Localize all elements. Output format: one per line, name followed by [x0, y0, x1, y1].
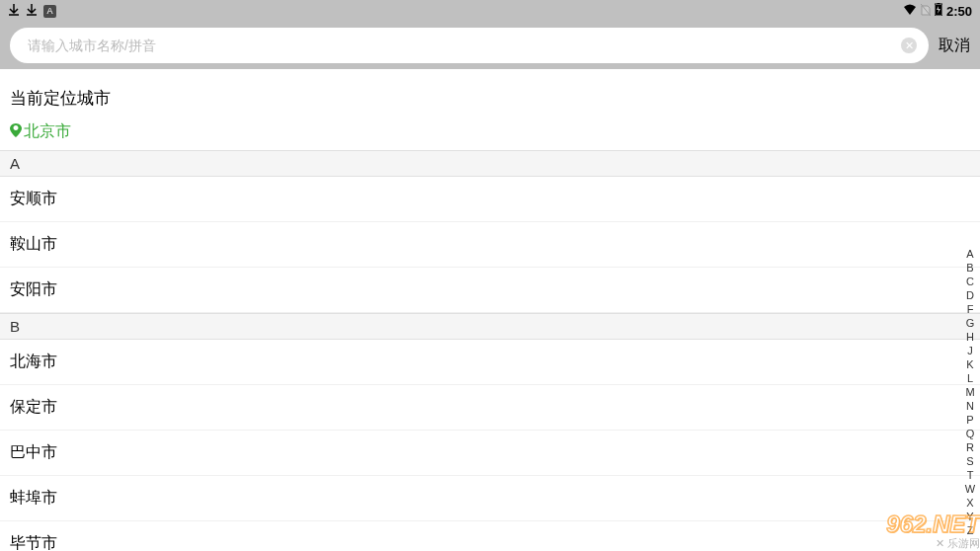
current-location-label: 当前定位城市 [10, 87, 970, 110]
search-bar: ✕ 取消 [0, 22, 980, 69]
index-letter[interactable]: K [962, 357, 978, 371]
index-letter[interactable]: N [962, 399, 978, 413]
download-icon [8, 4, 20, 18]
search-input-wrapper[interactable]: ✕ [10, 28, 929, 63]
current-city-name: 北京市 [24, 121, 71, 142]
index-letter[interactable]: B [962, 261, 978, 275]
clear-icon[interactable]: ✕ [901, 38, 917, 53]
city-item[interactable]: 鞍山市 [0, 222, 980, 268]
index-letter[interactable]: Q [962, 427, 978, 440]
city-item[interactable]: 巴中市 [0, 431, 980, 476]
index-letter[interactable]: J [962, 344, 978, 357]
index-letter[interactable]: A [962, 247, 978, 261]
status-right: 2:50 [903, 3, 972, 19]
city-list: A安顺市鞍山市安阳市B北海市保定市巴中市蚌埠市毕节市宝鸡市 [0, 150, 980, 551]
index-letter[interactable]: C [962, 275, 978, 288]
no-sim-icon [921, 4, 931, 19]
index-letter[interactable]: G [962, 316, 978, 330]
city-item[interactable]: 安顺市 [0, 177, 980, 222]
section-header: A [0, 150, 980, 177]
location-pin-icon [10, 123, 22, 140]
search-input[interactable] [28, 38, 901, 53]
cancel-button[interactable]: 取消 [939, 36, 970, 56]
city-item[interactable]: 毕节市 [0, 521, 980, 551]
watermark-sub: ✕ 乐游网 [886, 536, 980, 551]
index-letter[interactable]: M [962, 385, 978, 399]
alphabet-index[interactable]: ABCDFGHJKLMNPQRSTWXYZ [962, 247, 978, 537]
status-time: 2:50 [946, 4, 972, 19]
index-letter[interactable]: H [962, 330, 978, 344]
status-bar: A 2:50 [0, 0, 980, 22]
watermark: 962.NET ✕ 乐游网 [886, 511, 980, 551]
app-badge-icon: A [43, 5, 56, 18]
download-icon-2 [26, 4, 38, 18]
index-letter[interactable]: S [962, 454, 978, 468]
section-header: B [0, 313, 980, 340]
watermark-logo: 962.NET [886, 511, 980, 538]
index-letter[interactable]: D [962, 288, 978, 302]
wifi-icon [903, 4, 917, 19]
current-location-section: 当前定位城市 北京市 [0, 69, 980, 150]
city-item[interactable]: 蚌埠市 [0, 476, 980, 521]
index-letter[interactable]: P [962, 413, 978, 427]
index-letter[interactable]: L [962, 371, 978, 385]
index-letter[interactable]: T [962, 468, 978, 482]
svg-rect-1 [937, 3, 939, 4]
city-item[interactable]: 安阳市 [0, 268, 980, 313]
index-letter[interactable]: F [962, 302, 978, 316]
content-scroll[interactable]: 当前定位城市 北京市 A安顺市鞍山市安阳市B北海市保定市巴中市蚌埠市毕节市宝鸡市… [0, 69, 980, 551]
index-letter[interactable]: W [962, 482, 978, 496]
battery-icon [935, 3, 942, 19]
index-letter[interactable]: X [962, 496, 978, 510]
city-item[interactable]: 北海市 [0, 340, 980, 385]
status-left: A [8, 4, 56, 18]
city-item[interactable]: 保定市 [0, 385, 980, 431]
current-city[interactable]: 北京市 [10, 121, 970, 142]
index-letter[interactable]: R [962, 440, 978, 454]
